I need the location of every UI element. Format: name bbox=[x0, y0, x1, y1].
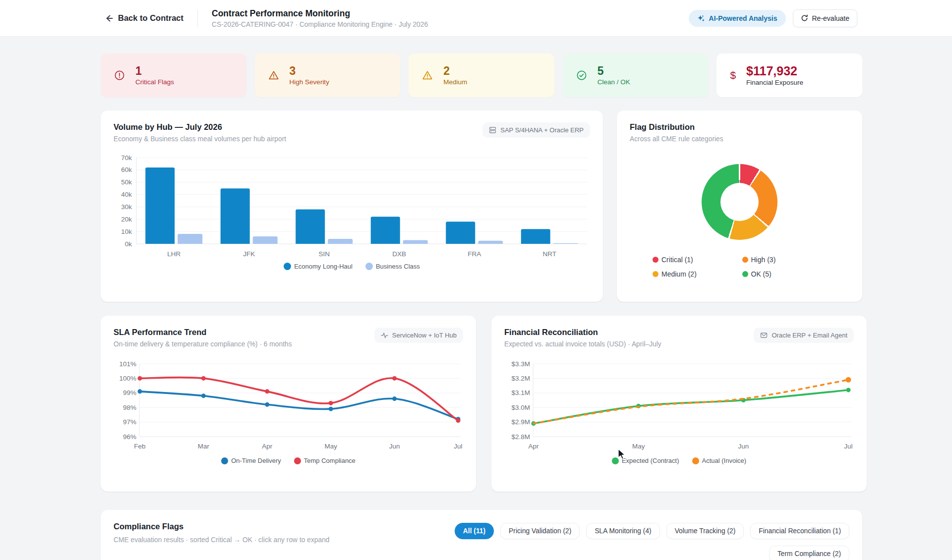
svg-text:0k: 0k bbox=[125, 240, 132, 248]
legend-item: High (3) bbox=[742, 256, 827, 264]
svg-text:Jun: Jun bbox=[389, 443, 400, 450]
svg-text:$3.1M: $3.1M bbox=[511, 389, 530, 396]
svg-text:Apr: Apr bbox=[528, 443, 539, 450]
chart-title: SLA Performance Trend bbox=[114, 328, 292, 337]
legend-item: Economy Long-Haul bbox=[284, 263, 353, 270]
stat-value: 2 bbox=[443, 65, 467, 77]
top-bar: Back to Contract Contract Performance Mo… bbox=[0, 0, 952, 37]
legend-item: OK (5) bbox=[742, 270, 827, 278]
financial-reconciliation-card: Financial Reconciliation Expected vs. ac… bbox=[491, 316, 867, 492]
filter-pill-sla-monitoring-4[interactable]: SLA Monitoring (4) bbox=[586, 523, 659, 539]
svg-text:70k: 70k bbox=[121, 154, 132, 162]
svg-text:40k: 40k bbox=[121, 191, 132, 198]
svg-text:Jul: Jul bbox=[844, 443, 852, 450]
header-divider bbox=[197, 9, 198, 27]
svg-text:100%: 100% bbox=[119, 375, 136, 382]
source-badge: ServiceNow + IoT Hub bbox=[374, 328, 463, 343]
donut-hole bbox=[720, 183, 759, 221]
refresh-icon bbox=[801, 14, 808, 22]
filter-pill-term-compliance-2[interactable]: Term Compliance (2) bbox=[769, 546, 849, 560]
sparkles-icon bbox=[697, 14, 705, 22]
svg-text:$3.2M: $3.2M bbox=[511, 375, 530, 382]
svg-text:May: May bbox=[324, 443, 337, 450]
stat-value: 5 bbox=[597, 65, 630, 77]
re-evaluate-label: Re-evaluate bbox=[812, 14, 850, 22]
stat-value: $117,932 bbox=[746, 64, 803, 77]
filter-pill-financial-reconciliation-1[interactable]: Financial Reconciliation (1) bbox=[750, 523, 849, 539]
svg-text:Jul: Jul bbox=[454, 443, 462, 450]
svg-text:$2.9M: $2.9M bbox=[511, 418, 530, 426]
svg-text:Feb: Feb bbox=[134, 443, 145, 450]
svg-text:10k: 10k bbox=[121, 228, 132, 235]
source-badge-label: Oracle ERP + Email Agent bbox=[772, 332, 847, 339]
back-to-contract-link[interactable]: Back to Contract bbox=[105, 13, 183, 23]
chart-subtitle: Across all CME rule categories bbox=[630, 135, 723, 143]
svg-text:$2.8M: $2.8M bbox=[511, 433, 530, 441]
legend-item: Expected (Contract) bbox=[612, 457, 679, 464]
svg-text:$3.0M: $3.0M bbox=[511, 404, 530, 411]
svg-text:LHR: LHR bbox=[167, 250, 180, 258]
svg-text:50k: 50k bbox=[121, 178, 132, 186]
stat-label: Financial Exposure bbox=[746, 79, 803, 86]
svg-text:$3.3M: $3.3M bbox=[511, 360, 530, 368]
legend-item: Actual (Invoice) bbox=[692, 457, 747, 464]
warning-triangle-icon bbox=[268, 70, 279, 81]
compliance-subtitle: CME evaluation results · sorted Critical… bbox=[114, 535, 330, 545]
svg-text:99%: 99% bbox=[123, 389, 136, 396]
svg-text:Apr: Apr bbox=[262, 443, 273, 450]
svg-text:JFK: JFK bbox=[243, 250, 255, 258]
legend-item: On-Time Delivery bbox=[221, 457, 281, 464]
flag-distribution-legend: Critical (1)High (3)Medium (2)OK (5) bbox=[630, 256, 849, 278]
svg-text:20k: 20k bbox=[121, 216, 132, 223]
sla-performance-card: SLA Performance Trend On-time delivery &… bbox=[101, 316, 476, 492]
dollar-icon: $ bbox=[730, 69, 736, 81]
database-icon bbox=[489, 126, 496, 134]
svg-text:30k: 30k bbox=[121, 203, 132, 211]
filter-pill-pricing-validation-2[interactable]: Pricing Validation (2) bbox=[500, 523, 580, 539]
svg-text:DXB: DXB bbox=[392, 250, 406, 258]
stat-value: 1 bbox=[135, 65, 174, 77]
chart-subtitle: Economy & Business class meal volumes pe… bbox=[114, 135, 286, 143]
alert-circle-icon bbox=[114, 70, 125, 81]
sla-legend: On-Time DeliveryTemp Compliance bbox=[114, 457, 463, 464]
source-badge-label: SAP S/4HANA + Oracle ERP bbox=[500, 126, 584, 134]
stat-label: High Severity bbox=[290, 78, 329, 86]
financial-line-chart: $3.3M$3.2M$3.1M$3.0M$2.9M$2.8MAprMayJunJ… bbox=[504, 358, 854, 453]
financial-legend: Expected (Contract)Actual (Invoice) bbox=[504, 457, 854, 464]
ai-powered-analysis-badge[interactable]: AI-Powered Analysis bbox=[689, 10, 786, 27]
svg-text:FRA: FRA bbox=[468, 250, 481, 258]
chart-title: Financial Reconciliation bbox=[504, 328, 661, 337]
chart-title: Volume by Hub — July 2026 bbox=[114, 122, 286, 132]
flag-distribution-donut bbox=[702, 164, 777, 240]
stat-label: Clean / OK bbox=[597, 78, 630, 86]
volume-bar-chart: 70k60k50k40k30k20k10k0kLHRJFKSINDXBFRANR… bbox=[114, 153, 590, 259]
legend-item: Temp Compliance bbox=[294, 457, 356, 464]
page-title: Contract Performance Monitoring bbox=[212, 8, 428, 19]
source-badge-label: ServiceNow + IoT Hub bbox=[392, 332, 457, 339]
back-label: Back to Contract bbox=[118, 13, 183, 23]
stat-card-financial-exposure: $ $117,932 Financial Exposure bbox=[716, 54, 862, 97]
svg-text:Mar: Mar bbox=[198, 443, 210, 450]
filter-pill-volume-tracking-2[interactable]: Volume Tracking (2) bbox=[666, 523, 744, 539]
stat-card-medium: 2 Medium bbox=[409, 54, 554, 97]
chart-title: Flag Distribution bbox=[630, 122, 723, 132]
stat-label: Critical Flags bbox=[135, 78, 174, 86]
svg-text:60k: 60k bbox=[121, 166, 132, 173]
page-subtitle: CS-2026-CATERING-0047 · Compliance Monit… bbox=[212, 21, 428, 28]
svg-text:May: May bbox=[632, 443, 645, 450]
legend-item: Business Class bbox=[365, 263, 420, 270]
sla-line-chart: 101%100%99%98%97%96%FebMarAprMayJunJul bbox=[114, 358, 463, 453]
check-circle-icon bbox=[576, 70, 587, 81]
compliance-title: Compliance Flags bbox=[114, 522, 330, 531]
svg-text:96%: 96% bbox=[123, 433, 136, 441]
re-evaluate-button[interactable]: Re-evaluate bbox=[793, 9, 858, 27]
svg-text:98%: 98% bbox=[123, 404, 136, 411]
svg-text:101%: 101% bbox=[119, 360, 136, 368]
compliance-filters: All (11)Pricing Validation (2)SLA Monito… bbox=[413, 522, 849, 560]
flag-distribution-card: Flag Distribution Across all CME rule ca… bbox=[617, 111, 862, 302]
filter-pill-all-11[interactable]: All (11) bbox=[455, 523, 494, 539]
stat-label: Medium bbox=[443, 78, 467, 86]
stat-value: 3 bbox=[290, 65, 329, 77]
volume-by-hub-card: Volume by Hub — July 2026 Economy & Busi… bbox=[101, 111, 603, 302]
svg-text:NRT: NRT bbox=[542, 250, 556, 258]
